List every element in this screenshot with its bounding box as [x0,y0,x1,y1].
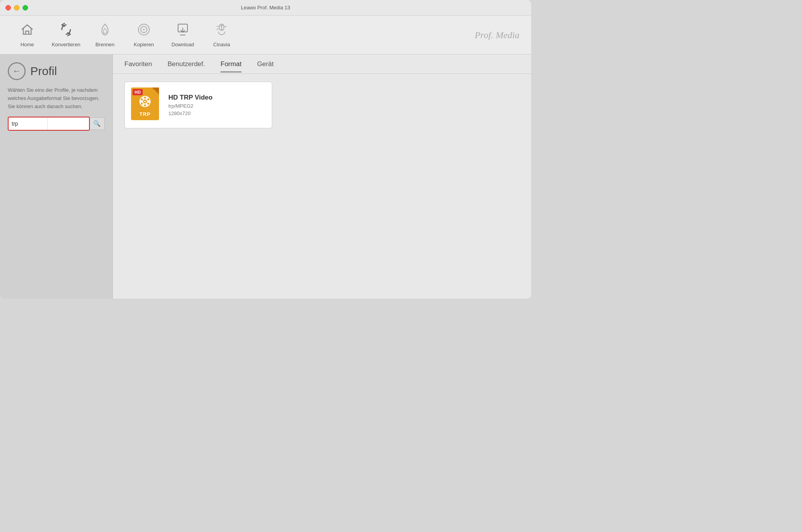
search-button[interactable]: 🔍 [90,117,105,130]
svg-point-3 [143,29,145,30]
sidebar-description: Wählen Sie eins der Profile, je nachdem … [8,86,105,110]
profile-card[interactable]: HD [124,82,272,128]
toolbar-label-home: Home [21,42,34,47]
profile-resolution: 1280x720 [168,110,213,116]
home-icon [20,23,34,39]
svg-point-14 [147,98,149,100]
brand-logo: Prof. Media [475,30,519,40]
tab-content: HD [113,74,531,299]
sidebar-title: Profil [30,65,57,78]
toolbar-item-download[interactable]: Download [163,18,202,52]
toolbar-item-brennen[interactable]: Brennen [86,18,124,52]
toolbar-label-kopieren: Kopieren [134,42,154,47]
profile-name: HD TRP Video [168,94,213,102]
brennen-icon [98,23,112,39]
toolbar-item-home[interactable]: Home [8,18,47,52]
window-title: Leawo Prof. Media 13 [241,5,290,10]
reel-icon [138,94,152,111]
search-input-extended[interactable] [47,117,90,130]
svg-point-13 [141,98,143,100]
toolbar-item-cinavia[interactable]: Cinavia [202,18,241,52]
svg-point-10 [144,101,146,102]
tabs: Favoriten Benutzerdef. Format Gerät [113,54,531,74]
toolbar-items: Home Konvertieren Brennen [8,18,241,52]
title-bar: Leawo Prof. Media 13 [0,0,531,16]
profile-format: trp/MPEG2 [168,103,213,109]
toolbar-item-konvertieren[interactable]: Konvertieren [47,18,86,52]
file-icon-corner [152,88,159,94]
close-button[interactable] [5,5,11,10]
main-content: ← Profil Wählen Sie eins der Profile, je… [0,54,531,299]
hd-badge: HD [133,89,143,95]
search-input-wrapper [8,117,90,131]
right-panel: Favoriten Benutzerdef. Format Gerät HD [113,54,531,299]
tab-format[interactable]: Format [220,56,241,72]
toolbar: Home Konvertieren Brennen [0,16,531,54]
toolbar-item-kopieren[interactable]: Kopieren [124,18,163,52]
search-icon: 🔍 [93,120,101,127]
file-icon: HD [131,88,162,122]
tab-benutzerdef[interactable]: Benutzerdef. [168,56,205,72]
tab-geraet[interactable]: Gerät [257,56,274,72]
sidebar: ← Profil Wählen Sie eins der Profile, je… [0,54,113,299]
file-icon-body: HD [131,88,159,120]
search-input[interactable] [9,117,47,130]
toolbar-label-konvertieren: Konvertieren [52,42,80,47]
traffic-lights [5,5,28,10]
search-area: 🔍 [8,117,105,131]
cinavia-icon [215,23,229,39]
svg-point-11 [144,97,146,99]
tab-favoriten[interactable]: Favoriten [124,56,152,72]
svg-point-15 [141,103,143,105]
back-button[interactable]: ← [8,62,26,80]
toolbar-label-cinavia: Cinavia [213,42,230,47]
download-icon [176,23,190,39]
svg-point-12 [144,105,146,107]
maximize-button[interactable] [23,5,28,10]
kopieren-icon [137,23,151,39]
toolbar-label-download: Download [171,42,194,47]
sidebar-header: ← Profil [8,62,105,80]
konvertieren-icon [59,23,73,39]
file-icon-label: TRP [140,111,151,117]
back-icon: ← [12,66,21,76]
svg-point-16 [147,103,149,105]
toolbar-label-brennen: Brennen [95,42,114,47]
minimize-button[interactable] [14,5,19,10]
profile-info: HD TRP Video trp/MPEG2 1280x720 [168,94,213,116]
